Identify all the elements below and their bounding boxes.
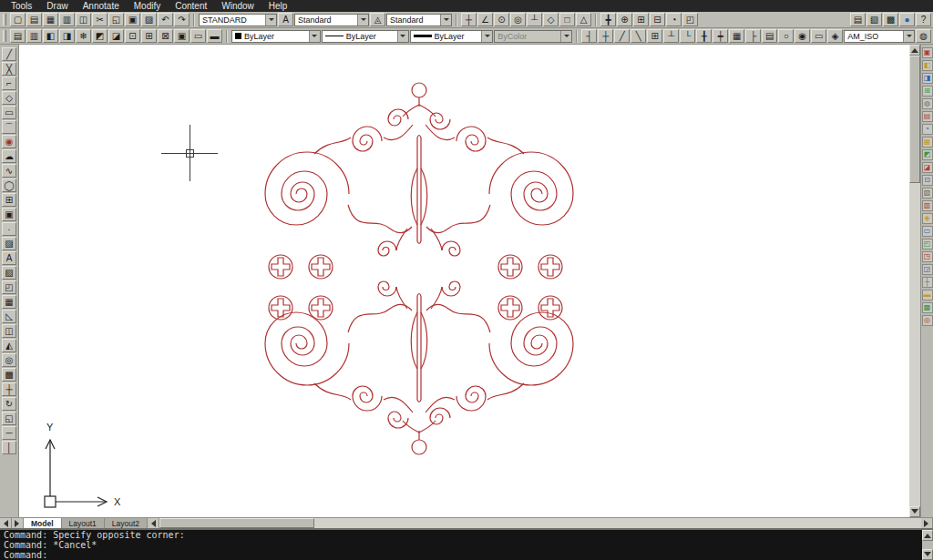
- gradient-tool-icon[interactable]: ▧: [2, 266, 16, 280]
- command-scrollbar[interactable]: [922, 530, 933, 560]
- open-drawing-icon[interactable]: ▤: [26, 13, 42, 26]
- scale-tool-icon[interactable]: ◱: [2, 412, 16, 425]
- lineweight-settings-icon[interactable]: ▬: [207, 29, 222, 43]
- redo-icon[interactable]: ↷: [174, 13, 190, 26]
- hatch-tool-icon[interactable]: ▨: [2, 237, 16, 250]
- zoom-previous-icon[interactable]: ⊟: [650, 13, 665, 26]
- power-dimension-icon[interactable]: ┤: [581, 29, 597, 43]
- ortho-icon[interactable]: ┴: [527, 13, 542, 26]
- snap-track-icon[interactable]: △: [576, 13, 591, 26]
- render-icon[interactable]: ●: [899, 13, 915, 26]
- arc-tool-icon[interactable]: ⌒: [2, 120, 16, 134]
- revision-cloud-icon[interactable]: ☁: [2, 149, 16, 163]
- make-object-layer-icon[interactable]: ⊡: [125, 29, 140, 43]
- insert-block-icon[interactable]: ⊞: [2, 193, 16, 207]
- command-scroll-up-button[interactable]: [922, 530, 933, 541]
- mech-settings-icon[interactable]: ◎: [922, 315, 933, 326]
- steel-shapes-icon[interactable]: ◪: [922, 162, 933, 173]
- construction-lines-icon[interactable]: ┿: [713, 29, 728, 43]
- menu-item[interactable]: Window: [214, 0, 261, 12]
- layer-isolate-icon[interactable]: ◨: [59, 29, 75, 43]
- title-border-icon[interactable]: ▭: [811, 29, 826, 43]
- horizontal-scrollbar[interactable]: [148, 518, 933, 528]
- layer-lock-icon[interactable]: ◩: [92, 29, 108, 43]
- tolerance-icon[interactable]: ◈: [922, 213, 933, 224]
- pan-icon[interactable]: ╋: [600, 13, 616, 26]
- belt-drive-icon[interactable]: ▦: [922, 137, 933, 148]
- shaft-generator-icon[interactable]: ◨: [922, 73, 933, 84]
- menu-item[interactable]: Annotate: [76, 0, 127, 12]
- part-library-icon[interactable]: ▣: [922, 47, 933, 58]
- tab-scroll-right-button[interactable]: [12, 518, 24, 528]
- combo-arrow-icon[interactable]: [265, 15, 276, 25]
- layout-tab[interactable]: Model: [24, 518, 62, 528]
- layer-off-icon[interactable]: ◪: [108, 29, 124, 43]
- menu-item[interactable]: Content: [168, 0, 214, 12]
- circle-tool-icon[interactable]: ◉: [2, 135, 16, 148]
- mirror-tool-icon[interactable]: ◭: [2, 339, 16, 352]
- color-control-icon[interactable]: ▣: [174, 29, 190, 43]
- feature-frame-icon[interactable]: ⊞: [647, 29, 662, 43]
- fits-icon[interactable]: ├: [745, 29, 761, 43]
- edge-symbols-icon[interactable]: ◲: [922, 264, 933, 275]
- rectangle-tool-icon[interactable]: ▭: [2, 106, 16, 119]
- vertical-scrollbar[interactable]: [909, 45, 920, 517]
- line-tool-icon[interactable]: ╱: [2, 47, 16, 61]
- balloons-list-icon[interactable]: ▧: [922, 188, 933, 199]
- layer-previous-icon[interactable]: ◧: [43, 29, 58, 43]
- construction-line-icon[interactable]: ╳: [2, 62, 16, 76]
- dim-style-combo[interactable]: STANDARD: [199, 14, 277, 26]
- help-icon[interactable]: ?: [916, 13, 931, 26]
- layout-tab[interactable]: Layout2: [105, 518, 148, 528]
- layer-match-icon[interactable]: ⊠: [158, 29, 173, 43]
- new-drawing-icon[interactable]: ▢: [10, 13, 26, 26]
- menu-item[interactable]: Help: [261, 0, 295, 12]
- weld-symbol-icon[interactable]: ╲: [631, 29, 646, 43]
- menu-item[interactable]: Modify: [127, 0, 168, 12]
- command-line-panel[interactable]: Command: Specify opposite corner:Command…: [0, 528, 933, 560]
- bom-icon[interactable]: ▤: [762, 29, 777, 43]
- linetype-manager-icon[interactable]: ▭: [190, 29, 206, 43]
- menu-item[interactable]: Tools: [4, 0, 39, 12]
- fits-list-icon[interactable]: ▭: [922, 226, 933, 237]
- fea-calculation-icon[interactable]: ⊞: [922, 86, 933, 97]
- orbit-icon[interactable]: ◔: [666, 13, 682, 26]
- layer-properties-icon[interactable]: ▤: [10, 29, 26, 43]
- mech-style-combo[interactable]: AM_ISO: [844, 30, 915, 43]
- region-tool-icon[interactable]: ◰: [2, 280, 16, 294]
- offset-tool-icon[interactable]: ◎: [2, 353, 16, 367]
- plot-preview-icon[interactable]: ◫: [76, 13, 91, 26]
- polygon-tool-icon[interactable]: ◇: [2, 91, 16, 105]
- command-scroll-down-button[interactable]: [922, 549, 933, 560]
- layer-walk-icon[interactable]: ⊞: [141, 29, 157, 43]
- combo-arrow-icon[interactable]: [309, 31, 320, 42]
- spring-design-icon[interactable]: ◔: [922, 124, 933, 135]
- scroll-down-button[interactable]: [909, 506, 920, 517]
- design-center-icon[interactable]: ▧: [866, 13, 882, 26]
- center-snap-icon[interactable]: ⊙: [494, 13, 509, 26]
- combo-arrow-icon[interactable]: [440, 15, 451, 25]
- copy-clip-icon[interactable]: ◱: [108, 13, 124, 26]
- tool-palettes-icon[interactable]: ▩: [883, 13, 898, 26]
- centerline-icon[interactable]: ╂: [696, 29, 712, 43]
- save-drawing-icon[interactable]: ▦: [43, 13, 58, 26]
- color-combo[interactable]: ByLayer: [231, 30, 321, 43]
- angle-snap-icon[interactable]: ∠: [477, 13, 493, 26]
- scroll-right-button[interactable]: [921, 518, 933, 528]
- part-reference-icon[interactable]: ◉: [795, 29, 810, 43]
- copy-tool-icon[interactable]: ◫: [2, 324, 16, 338]
- detail-view-icon[interactable]: ◈: [827, 29, 843, 43]
- table-tool-icon[interactable]: ▦: [2, 295, 16, 309]
- vertical-scroll-thumb[interactable]: [909, 56, 920, 183]
- zoom-window-icon[interactable]: ⊞: [633, 13, 649, 26]
- standard-parts-icon[interactable]: ◩: [922, 149, 933, 160]
- leader-note-icon[interactable]: └: [680, 29, 695, 43]
- make-block-icon[interactable]: ▣: [2, 208, 16, 221]
- revision-list-icon[interactable]: ▩: [922, 302, 933, 313]
- array-tool-icon[interactable]: ▩: [2, 368, 16, 382]
- plot-icon[interactable]: ▥: [59, 13, 75, 26]
- trim-tool-icon[interactable]: ─: [2, 426, 16, 440]
- ellipse-tool-icon[interactable]: ◯: [2, 178, 16, 192]
- polyline-tool-icon[interactable]: ⌐: [2, 76, 16, 90]
- dim-style-icon[interactable]: ◬: [370, 13, 385, 26]
